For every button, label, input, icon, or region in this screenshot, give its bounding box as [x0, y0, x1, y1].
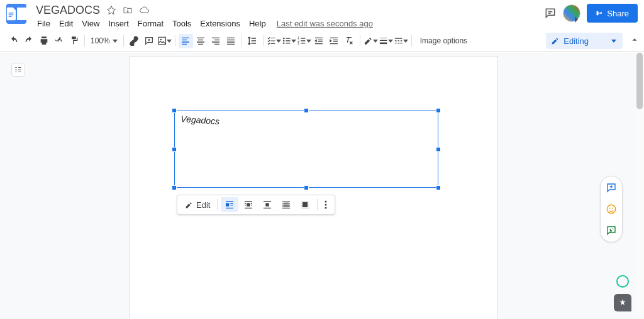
wrap-text-icon[interactable] — [240, 197, 257, 212]
svg-point-20 — [609, 208, 611, 209]
textbox-selection[interactable]: Vegadocs — [174, 111, 438, 188]
wrap-front-icon[interactable] — [296, 197, 314, 212]
resize-handle[interactable] — [172, 185, 177, 190]
indent-increase-icon[interactable] — [327, 34, 341, 48]
svg-rect-12 — [247, 203, 250, 206]
border-weight-icon[interactable] — [379, 34, 393, 48]
border-dash-icon[interactable] — [394, 34, 408, 48]
docs-logo-icon[interactable] — [6, 4, 26, 24]
image-options-button[interactable]: Image options — [415, 36, 472, 45]
menu-edit[interactable]: Edit — [55, 18, 77, 30]
clear-formatting-icon[interactable] — [342, 34, 357, 48]
add-comment-icon[interactable] — [605, 181, 618, 194]
menu-file[interactable]: File — [33, 18, 55, 30]
border-color-icon[interactable] — [364, 34, 378, 48]
numbered-list-icon[interactable]: 123 — [297, 34, 311, 48]
separator — [242, 35, 242, 46]
zoom-value: 100% — [91, 36, 110, 45]
separator — [123, 35, 124, 46]
bullet-list-icon[interactable] — [282, 34, 296, 48]
textbox-content: Vegadocs — [180, 114, 220, 126]
resize-handle[interactable] — [172, 147, 177, 152]
insert-image-icon[interactable] — [157, 34, 172, 48]
svg-point-6 — [283, 40, 285, 42]
resize-handle[interactable] — [304, 108, 309, 113]
collapse-toolbar-icon[interactable] — [630, 35, 639, 44]
suggest-edit-icon[interactable] — [605, 224, 618, 237]
svg-point-18 — [325, 207, 327, 209]
svg-rect-13 — [266, 203, 269, 206]
comment-rail — [600, 176, 623, 242]
cloud-status-icon[interactable] — [139, 5, 150, 15]
more-options-icon[interactable] — [321, 197, 331, 212]
menu-format[interactable]: Format — [133, 18, 168, 30]
link-icon[interactable] — [127, 34, 142, 48]
menu-help[interactable]: Help — [245, 18, 270, 30]
document-page[interactable]: Vegadocs Edit — [130, 56, 498, 319]
svg-rect-14 — [284, 202, 289, 207]
print-icon[interactable] — [36, 34, 51, 48]
separator — [175, 35, 175, 46]
mode-dropdown[interactable]: Editing — [546, 33, 623, 49]
scroll-thumb[interactable] — [636, 53, 643, 109]
share-button[interactable]: Share — [587, 4, 638, 23]
wrap-break-icon[interactable] — [258, 197, 276, 212]
zoom-dropdown[interactable]: 100% — [88, 36, 120, 45]
svg-point-7 — [283, 43, 285, 45]
svg-point-16 — [325, 201, 327, 203]
align-left-icon[interactable] — [179, 34, 193, 48]
meet-avatar[interactable] — [563, 4, 580, 22]
undo-icon[interactable] — [6, 34, 21, 48]
align-justify-icon[interactable] — [224, 34, 238, 48]
svg-text:3: 3 — [297, 42, 299, 45]
menu-tools[interactable]: Tools — [168, 18, 196, 30]
comment-history-icon[interactable] — [544, 7, 557, 19]
svg-rect-11 — [226, 203, 229, 206]
align-right-icon[interactable] — [209, 34, 223, 48]
svg-rect-1 — [9, 14, 14, 15]
svg-point-4 — [160, 39, 162, 41]
separator — [411, 35, 412, 46]
vertical-scrollbar[interactable] — [635, 53, 644, 319]
edit-button[interactable]: Edit — [181, 197, 214, 212]
separator — [360, 35, 360, 46]
resize-handle[interactable] — [436, 147, 441, 152]
star-icon[interactable] — [106, 5, 116, 15]
align-center-icon[interactable] — [194, 34, 208, 48]
resize-handle[interactable] — [172, 108, 177, 113]
emoji-reaction-icon[interactable] — [605, 203, 618, 215]
move-icon[interactable] — [123, 5, 133, 15]
resize-handle[interactable] — [436, 185, 441, 190]
indent-decrease-icon[interactable] — [312, 34, 326, 48]
menu-view[interactable]: View — [77, 18, 104, 30]
last-edit-link[interactable]: Last edit was seconds ago — [277, 19, 373, 28]
image-context-toolbar: Edit — [177, 195, 335, 215]
share-label: Share — [607, 9, 629, 18]
separator — [263, 35, 264, 46]
svg-point-17 — [325, 204, 327, 206]
svg-rect-0 — [9, 13, 14, 13]
edit-label: Edit — [196, 200, 210, 210]
document-title[interactable]: VEGADOCS — [33, 3, 103, 18]
resize-handle[interactable] — [436, 108, 441, 113]
spellcheck-icon[interactable] — [52, 34, 66, 48]
line-spacing-icon[interactable] — [245, 34, 260, 48]
checklist-icon[interactable] — [267, 34, 281, 48]
svg-point-5 — [283, 38, 285, 40]
svg-point-19 — [607, 205, 616, 214]
paint-format-icon[interactable] — [67, 34, 81, 48]
separator — [217, 199, 218, 210]
wrap-behind-icon[interactable] — [277, 197, 295, 212]
resize-handle[interactable] — [304, 185, 309, 190]
menu-insert[interactable]: Insert — [104, 18, 133, 30]
grammarly-icon[interactable] — [616, 275, 629, 288]
comment-icon[interactable] — [142, 34, 157, 48]
wrap-inline-icon[interactable] — [221, 197, 238, 212]
explore-button[interactable] — [614, 294, 631, 311]
outline-toggle-icon[interactable] — [11, 63, 25, 77]
editing-label: Editing — [564, 36, 589, 46]
menu-extensions[interactable]: Extensions — [196, 18, 245, 30]
redo-icon[interactable] — [21, 34, 36, 48]
svg-point-21 — [612, 208, 613, 209]
separator — [317, 199, 318, 210]
